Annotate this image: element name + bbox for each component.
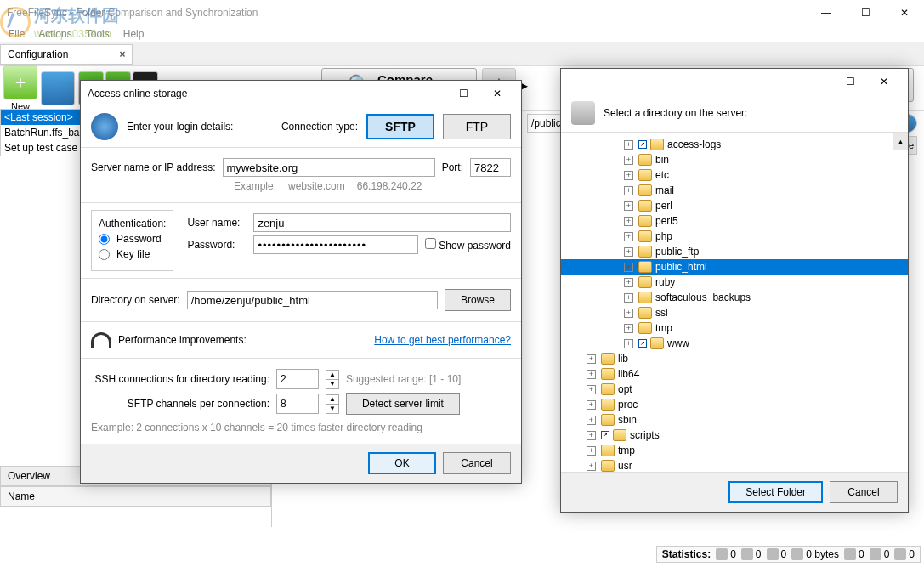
auth-password-radio[interactable]: Password xyxy=(99,233,166,245)
config-tab[interactable]: Configuration × xyxy=(0,44,133,65)
ok-button[interactable]: OK xyxy=(368,452,436,474)
tree-item[interactable]: +usr xyxy=(561,458,908,473)
sftp-channels-input[interactable] xyxy=(276,394,319,414)
scrollbar-up-icon[interactable]: ▲ xyxy=(893,133,908,150)
directory-label: Directory on server: xyxy=(91,294,180,306)
spinner-down-icon[interactable]: ▼ xyxy=(326,404,338,413)
tree-item[interactable]: +public_ftp xyxy=(561,244,908,259)
tree-item[interactable]: +sbin xyxy=(561,412,908,428)
tree-item[interactable]: +softaculous_backups xyxy=(561,290,908,305)
maximize-button[interactable]: ☐ xyxy=(846,0,885,26)
menu-actions[interactable]: Actions xyxy=(33,26,77,42)
tree-item[interactable]: +↗scripts xyxy=(561,428,908,443)
tree-item[interactable]: +etc xyxy=(561,167,908,183)
show-password-checkbox[interactable]: Show password xyxy=(425,238,511,252)
expand-icon[interactable]: + xyxy=(624,217,633,226)
tree-item[interactable]: +perl xyxy=(561,198,908,213)
expand-icon[interactable]: + xyxy=(587,446,596,456)
dialog-titlebar: ☐ ✕ xyxy=(561,69,908,94)
tree-item[interactable]: +↗www xyxy=(561,336,908,351)
sftp-button[interactable]: SFTP xyxy=(366,114,434,139)
detect-limit-button[interactable]: Detect server limit xyxy=(346,393,460,415)
expand-icon[interactable]: + xyxy=(624,201,633,211)
spinner-up-icon[interactable]: ▲ xyxy=(326,371,338,379)
example-ip: 66.198.240.22 xyxy=(357,180,422,192)
expand-icon[interactable]: + xyxy=(624,171,633,180)
expand-icon[interactable]: + xyxy=(587,385,596,394)
tree-item[interactable]: +↗access-logs xyxy=(561,137,908,152)
name-column-header[interactable]: Name xyxy=(0,486,271,507)
expand-icon[interactable]: + xyxy=(624,263,633,272)
username-input[interactable] xyxy=(253,213,511,232)
directory-input[interactable] xyxy=(187,291,438,309)
tree-item[interactable]: +mail xyxy=(561,183,908,198)
select-folder-button[interactable]: Select Folder xyxy=(728,481,823,503)
expand-icon[interactable]: + xyxy=(624,156,633,165)
tree-item[interactable]: +proc xyxy=(561,397,908,412)
tree-item[interactable]: +lib64 xyxy=(561,366,908,382)
tree-item[interactable]: +bin xyxy=(561,152,908,167)
expand-icon[interactable]: + xyxy=(624,232,633,241)
open-button[interactable] xyxy=(41,71,75,105)
new-button[interactable]: ＋ xyxy=(3,65,37,99)
expand-icon[interactable]: + xyxy=(587,431,596,440)
globe-icon xyxy=(91,113,118,140)
expand-icon[interactable]: + xyxy=(587,370,596,379)
tree-item-label: softaculous_backups xyxy=(655,292,751,303)
minimize-button[interactable]: — xyxy=(807,0,846,26)
menu-help[interactable]: Help xyxy=(118,26,150,42)
dialog-close-button[interactable]: ✕ xyxy=(867,70,901,94)
expand-icon[interactable]: + xyxy=(587,354,596,364)
cancel-button[interactable]: Cancel xyxy=(443,452,511,474)
tree-item[interactable]: +opt xyxy=(561,382,908,397)
tree-item[interactable]: +tmp xyxy=(561,443,908,458)
directory-tree[interactable]: ▲ +↗access-logs+bin+etc+mail+perl+perl5+… xyxy=(561,133,908,473)
expand-icon[interactable]: + xyxy=(624,247,633,257)
expand-icon[interactable]: + xyxy=(587,416,596,425)
cancel-button[interactable]: Cancel xyxy=(830,481,898,503)
auth-keyfile-radio[interactable]: Key file xyxy=(99,248,166,260)
folder-icon xyxy=(601,460,615,472)
password-input[interactable] xyxy=(253,235,418,254)
expand-icon[interactable]: + xyxy=(587,462,596,471)
login-prompt: Enter your login details: xyxy=(127,121,233,133)
password-label: Password: xyxy=(187,239,247,251)
expand-icon[interactable]: + xyxy=(624,324,633,333)
tree-item-label: tmp xyxy=(655,322,672,334)
expand-icon[interactable]: + xyxy=(624,309,633,318)
tree-item[interactable]: +ruby xyxy=(561,275,908,290)
dropdown-arrow-icon[interactable]: ▸ xyxy=(521,77,531,94)
port-input[interactable] xyxy=(470,158,511,177)
tree-item[interactable]: +php xyxy=(561,229,908,244)
stat-icon xyxy=(716,548,728,560)
tree-item[interactable]: +lib xyxy=(561,351,908,366)
tree-item[interactable]: +tmp xyxy=(561,320,908,336)
dialog-maximize-button[interactable]: ☐ xyxy=(833,70,867,94)
expand-icon[interactable]: + xyxy=(624,278,633,287)
browse-button[interactable]: Browse xyxy=(445,289,511,311)
performance-link[interactable]: How to get best performance? xyxy=(374,334,511,346)
close-button[interactable]: ✕ xyxy=(885,0,924,26)
menu-tools[interactable]: Tools xyxy=(81,26,115,42)
tree-item[interactable]: +perl5 xyxy=(561,213,908,229)
dialog-close-button[interactable]: ✕ xyxy=(480,82,514,105)
ftp-button[interactable]: FTP xyxy=(443,114,511,139)
expand-icon[interactable]: + xyxy=(624,140,633,150)
config-tab-close-icon[interactable]: × xyxy=(119,48,125,60)
ssh-connections-input[interactable] xyxy=(276,369,319,389)
dialog-maximize-button[interactable]: ☐ xyxy=(446,82,480,105)
expand-icon[interactable]: + xyxy=(587,400,596,410)
tree-item[interactable]: +public_html xyxy=(561,259,908,275)
folder-icon xyxy=(601,383,615,395)
expand-icon[interactable]: + xyxy=(624,339,633,348)
expand-icon[interactable]: + xyxy=(624,293,633,303)
spinner-up-icon[interactable]: ▲ xyxy=(326,395,338,404)
folder-icon xyxy=(638,230,652,242)
menu-file[interactable]: File xyxy=(3,26,30,42)
server-input[interactable] xyxy=(223,158,435,177)
folder-icon xyxy=(638,184,652,196)
tree-item[interactable]: +ssl xyxy=(561,305,908,320)
spinner-down-icon[interactable]: ▼ xyxy=(326,379,338,388)
expand-icon[interactable]: + xyxy=(624,186,633,196)
tree-item-label: perl xyxy=(655,200,672,212)
